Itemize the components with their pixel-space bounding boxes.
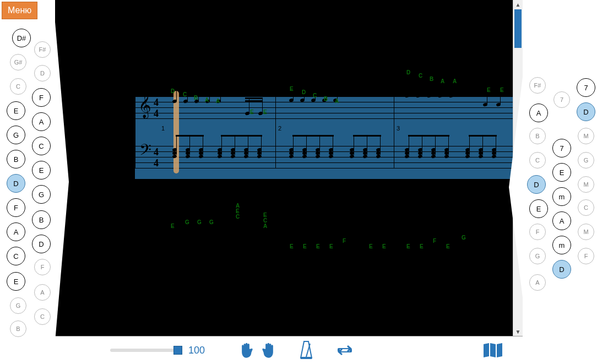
tempo-slider[interactable] [110, 349, 182, 352]
note-label: B [430, 76, 433, 82]
key-d[interactable]: D [577, 102, 595, 121]
key-e[interactable]: E [32, 161, 51, 180]
note-label: E [406, 243, 410, 249]
staff-highlight: 𝄞 𝄢 4 4 4 4 1 2 3 [135, 96, 515, 179]
key-gsharp[interactable]: G# [10, 54, 26, 70]
key-d[interactable]: D [7, 174, 25, 193]
key-c[interactable]: C [10, 78, 26, 95]
note-label: C [313, 93, 317, 99]
menu-button[interactable]: Меню [2, 2, 37, 19]
key-m[interactable]: m [552, 187, 571, 206]
note-label: F [433, 238, 436, 244]
note-label: D [302, 89, 306, 95]
key-b[interactable]: B [10, 320, 26, 337]
key-c[interactable]: C [32, 137, 51, 155]
scroll-thumb[interactable] [514, 9, 522, 48]
note-stem [293, 135, 294, 155]
loop-icon [335, 344, 354, 357]
key-m[interactable]: M [578, 224, 594, 240]
key-dsharp[interactable]: D# [12, 29, 31, 47]
key-c[interactable]: C [529, 152, 546, 169]
note-stem [319, 135, 320, 155]
beam [469, 135, 497, 137]
key-f[interactable]: F [578, 248, 594, 264]
tempo-slider-thumb[interactable] [173, 346, 182, 355]
measure-num: 3 [397, 125, 400, 132]
key-7[interactable]: 7 [553, 91, 570, 108]
barline [275, 96, 276, 168]
note-stem [189, 135, 190, 155]
key-g[interactable]: G [7, 126, 25, 144]
timesig-top: 4 [154, 97, 159, 107]
key-m[interactable]: M [578, 176, 594, 193]
key-g[interactable]: G [529, 248, 546, 264]
note-label: E [500, 87, 504, 93]
key-7[interactable]: 7 [552, 139, 571, 157]
key-e[interactable]: E [529, 199, 548, 218]
note-stem [409, 135, 409, 155]
key-f[interactable]: F [34, 259, 51, 275]
playback-cursor[interactable] [173, 91, 179, 173]
fold-view-button[interactable] [482, 342, 503, 358]
key-7[interactable]: 7 [577, 78, 595, 97]
beam [289, 87, 338, 89]
metronome-button[interactable] [299, 340, 313, 360]
left-hand-button[interactable] [238, 341, 253, 359]
note-stem [235, 135, 235, 155]
note-stem [203, 135, 203, 155]
bottom-toolbar: 100 [55, 336, 523, 364]
note-label: E [290, 243, 294, 249]
beam [483, 91, 501, 93]
left-key-panel: D#F#G#DCFEAGCBEDGFBADCFEAGCB [0, 0, 55, 336]
key-a[interactable]: A [529, 104, 548, 122]
key-f[interactable]: F [529, 224, 546, 240]
key-m[interactable]: M [578, 128, 594, 144]
note-stem [248, 135, 248, 155]
key-m[interactable]: m [552, 236, 571, 254]
key-fsharp[interactable]: F# [529, 77, 546, 94]
note-label: D [406, 69, 410, 75]
key-e[interactable]: E [552, 163, 571, 182]
key-a[interactable]: A [552, 211, 571, 230]
loop-button[interactable] [335, 344, 354, 357]
key-b[interactable]: B [529, 128, 546, 144]
key-a[interactable]: A [529, 274, 546, 291]
key-c[interactable]: C [578, 199, 594, 216]
key-d[interactable]: D [527, 175, 546, 194]
key-c[interactable]: C [34, 308, 51, 325]
note-stem [306, 135, 307, 155]
timesig-bot: 4 [154, 108, 159, 118]
key-g[interactable]: G [32, 185, 51, 204]
note-label: E [446, 243, 450, 249]
key-d[interactable]: D [32, 235, 51, 253]
right-hand-button[interactable] [262, 341, 277, 359]
key-f[interactable]: F [32, 88, 51, 107]
score-area: 𝄞 𝄢 4 4 4 4 1 2 3 DCBAAEEEDCBADCBAAEE EG… [55, 0, 523, 336]
note-label: E [171, 223, 175, 229]
note-label: E [263, 109, 267, 115]
key-a[interactable]: A [32, 112, 51, 131]
key-f[interactable]: F [7, 198, 25, 217]
key-a[interactable]: A [7, 222, 25, 241]
note-label: E [250, 109, 254, 115]
key-d[interactable]: D [552, 260, 571, 279]
key-b[interactable]: B [32, 210, 51, 229]
key-g[interactable]: G [578, 152, 594, 169]
key-e[interactable]: E [7, 101, 25, 120]
key-c[interactable]: C [7, 247, 25, 265]
note-stem [221, 135, 222, 155]
note-stem [367, 135, 367, 155]
key-g[interactable]: G [10, 297, 26, 314]
key-fsharp[interactable]: F# [34, 41, 51, 58]
scroll-up-arrow-icon[interactable]: ▲ [513, 0, 523, 9]
metronome-icon [299, 340, 313, 360]
note-stem [448, 135, 449, 155]
key-e[interactable]: E [7, 272, 25, 291]
hand-left-icon [238, 341, 253, 359]
key-a[interactable]: A [34, 284, 51, 301]
scroll-down-arrow-icon[interactable]: ▼ [513, 327, 523, 336]
tempo-value: 100 [188, 345, 205, 356]
key-b[interactable]: B [7, 150, 25, 169]
key-d[interactable]: D [34, 65, 51, 82]
note-label: A [263, 223, 267, 229]
